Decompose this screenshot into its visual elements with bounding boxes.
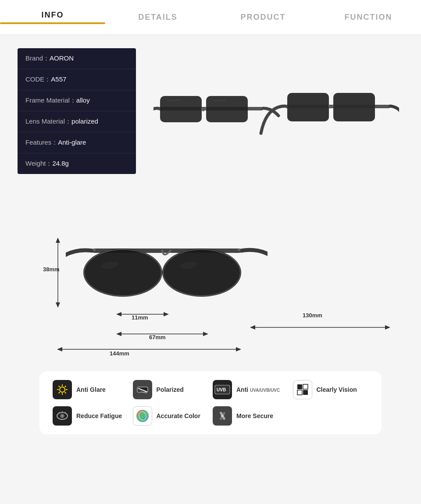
more-secure-label: More Secure <box>236 412 273 419</box>
svg-line-37 <box>59 386 60 387</box>
nav-details[interactable]: DETAILS <box>105 0 210 34</box>
svg-line-40 <box>59 392 60 394</box>
info-row-frame: Frame Material：alloy <box>18 90 136 111</box>
anti-glare-icon <box>53 380 72 399</box>
svg-marker-31 <box>385 325 390 330</box>
info-row-features: Features：Anti-glare <box>18 132 136 153</box>
svg-point-32 <box>60 387 65 392</box>
feature-uvb: UVB Anti UVA/UVB/UVC <box>213 380 289 399</box>
svg-marker-30 <box>250 325 255 330</box>
clearly-vision-icon <box>293 380 312 399</box>
product-top-view <box>153 72 399 151</box>
info-table: Brand：AORON CODE：A557 Frame Material：all… <box>18 48 136 174</box>
dimensions-area: 38mm 11mm 67mm 144mm 130mm <box>22 196 399 362</box>
info-row-lens: Lens Material：polarized <box>18 111 136 132</box>
feature-anti-glare: Anti Glare <box>53 380 128 399</box>
dim-bridge-label: 11mm <box>132 314 148 321</box>
uvb-label: Anti UVA/UVB/UVC <box>236 386 280 393</box>
svg-point-9 <box>83 248 162 297</box>
info-row-weight: Weight：24.8g <box>18 153 136 174</box>
nav-product-label: PRODUCT <box>241 13 286 21</box>
dim-130mm-svg <box>250 321 390 334</box>
nav-function-label: FUNCTION <box>345 13 392 21</box>
svg-marker-18 <box>56 238 60 243</box>
polarized-icon <box>133 380 152 399</box>
svg-point-15 <box>93 248 96 251</box>
svg-rect-49 <box>303 390 308 395</box>
reduce-fatigue-icon <box>53 406 72 426</box>
polarized-label: Polarized <box>157 386 184 393</box>
feature-clearly-vision: Clearly Vision <box>293 380 369 399</box>
dim-38mm: 38mm <box>49 238 67 309</box>
svg-line-53 <box>59 412 60 413</box>
clearly-vision-label: Clearly Vision <box>317 386 357 393</box>
features-box: Anti Glare Polarized UVB Anti UVA/UVB/ <box>39 371 382 434</box>
feature-reduce-fatigue: Reduce Fatigue <box>53 406 128 426</box>
nav-info-label: INFO <box>42 11 64 19</box>
top-section: Brand：AORON CODE：A557 Frame Material：all… <box>18 48 403 174</box>
svg-marker-24 <box>116 332 121 336</box>
nav-bar: INFO DETAILS PRODUCT FUNCTION <box>0 0 421 35</box>
accurate-color-label: Accurate Color <box>157 412 200 419</box>
svg-text:UVB: UVB <box>217 387 226 392</box>
svg-point-16 <box>238 248 240 251</box>
svg-marker-19 <box>56 302 60 308</box>
svg-point-52 <box>61 415 63 417</box>
svg-line-38 <box>65 392 66 394</box>
info-row-brand: Brand：AORON <box>18 48 136 69</box>
svg-line-55 <box>65 412 65 413</box>
svg-rect-2 <box>206 96 248 122</box>
dim-lens-label: 67mm <box>149 334 166 341</box>
feature-more-secure: More Secure <box>213 406 289 426</box>
feature-accurate-color: Accurate Color <box>133 406 209 426</box>
svg-rect-47 <box>303 384 308 389</box>
accurate-color-icon <box>133 406 152 426</box>
svg-line-39 <box>65 386 66 387</box>
svg-rect-46 <box>297 384 302 389</box>
svg-marker-28 <box>236 347 241 351</box>
feature-polarized: Polarized <box>133 380 209 399</box>
reduce-fatigue-label: Reduce Fatigue <box>76 412 122 419</box>
svg-rect-48 <box>297 390 302 395</box>
main-content: Brand：AORON CODE：A557 Frame Material：all… <box>0 35 421 447</box>
dim-total-label: 144mm <box>110 350 129 357</box>
svg-rect-7 <box>333 93 375 121</box>
product-image-area <box>149 48 403 174</box>
svg-rect-6 <box>287 93 329 121</box>
more-secure-icon <box>213 406 232 426</box>
anti-glare-label: Anti Glare <box>76 386 106 393</box>
svg-marker-22 <box>164 312 169 316</box>
svg-marker-21 <box>116 312 121 316</box>
nav-product[interactable]: PRODUCT <box>210 0 316 34</box>
nav-info[interactable]: INFO <box>0 0 105 36</box>
uvb-icon: UVB <box>213 380 232 399</box>
svg-rect-1 <box>160 96 202 122</box>
svg-marker-27 <box>57 347 62 351</box>
dim-144mm-svg <box>57 343 241 356</box>
nav-function[interactable]: FUNCTION <box>316 0 421 34</box>
nav-details-label: DETAILS <box>138 13 178 21</box>
svg-marker-25 <box>203 332 208 336</box>
svg-point-11 <box>162 248 241 297</box>
svg-point-60 <box>221 415 224 417</box>
dim-temple-label: 130mm <box>303 312 322 319</box>
info-row-code: CODE：A557 <box>18 69 136 90</box>
